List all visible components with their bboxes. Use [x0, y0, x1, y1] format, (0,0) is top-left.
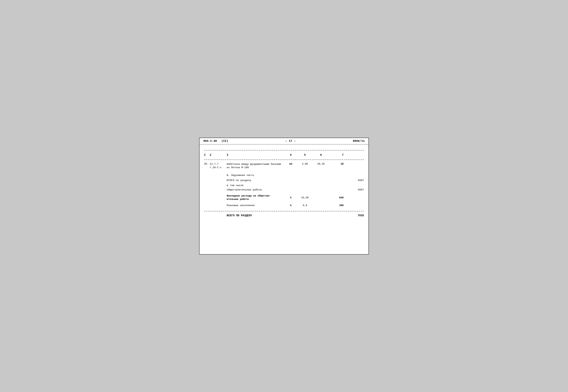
col-header-3: 3 — [227, 154, 285, 156]
itogo-value: 5697 — [349, 179, 364, 182]
document-header: 904-I-48 (II) – 17 – 8066/11 — [199, 138, 369, 144]
doc-section: (II) — [221, 140, 228, 143]
doc-ref: 8066/11 — [353, 140, 365, 143]
itogo-label: ИТОГО по разделу — [227, 179, 349, 182]
table-row: 35. I2-7-7 т.20-I-х Набетонки между фунд… — [204, 162, 364, 170]
obshchestroit-value: 5697 — [349, 188, 364, 191]
vsego-row: ВСЕГО ПО РАЗДЕЛУ 7035 — [204, 213, 364, 218]
top-divider — [204, 150, 364, 151]
column-headers: I 2 3 4 5 6 7 — [204, 152, 364, 158]
vsego-value: 7035 — [349, 214, 364, 217]
vsego-label: ВСЕГО ПО РАЗДЕЛУ — [227, 214, 349, 217]
planovye-qty: 6,0 — [297, 204, 313, 207]
header-divider — [204, 159, 364, 160]
col-header-5: 5 — [297, 154, 313, 156]
col-header-6: 6 — [313, 154, 328, 156]
nakladnye-total: 940 — [328, 196, 344, 199]
row-description: Набетонки между фундаментными балками из… — [227, 163, 285, 169]
document-page: 904-I-48 (II) – 17 – 8066/11 I 2 3 4 5 6… — [199, 138, 369, 254]
obshchestroit-label: общестроительные работы — [227, 188, 349, 191]
nakladnye-label: Накладные расходы на общестро-ительные р… — [227, 194, 285, 201]
nakladnye-unit: % — [285, 196, 297, 199]
row-total: 28 — [328, 163, 344, 165]
col-header-2: 2 — [210, 154, 227, 156]
planovye-row: Плановые накопления % 6,0 398 — [204, 203, 364, 208]
nakladnye-qty: I6,50 — [297, 196, 313, 199]
bottom-divider — [204, 211, 364, 211]
col-header-7: 7 — [328, 154, 344, 156]
planovye-unit: % — [285, 204, 297, 207]
v-tom-chisle-row: в том числе — [204, 183, 364, 188]
row-qty: I,00 — [297, 163, 313, 165]
page-number: – 17 – — [285, 140, 296, 143]
row-unit: м3 — [285, 163, 297, 165]
header-left: 904-I-48 (II) — [203, 140, 228, 143]
document-content: I 2 3 4 5 6 7 35. I2-7-7 т.20-I-х Набето… — [199, 144, 369, 223]
planovye-total: 398 — [328, 204, 344, 207]
section-b-text: Б. Надземная часть — [227, 174, 254, 177]
col-header-4: 4 — [285, 154, 297, 156]
col-header-1: I — [204, 154, 210, 156]
section-b-label: Б. Надземная часть — [204, 172, 364, 177]
planovye-label: Плановые накопления — [227, 204, 285, 207]
doc-number: 904-I-48 — [203, 140, 217, 143]
row-num: 35. — [204, 163, 210, 165]
row-unit-cost: 28,20 — [313, 163, 328, 165]
v-tom-chisle-label: в том числе — [227, 184, 364, 187]
row-code: I2-7-7 т.20-I-х — [210, 163, 227, 169]
obshchestroit-row: общестроительные работы 5697 — [204, 188, 364, 192]
itogo-row: ИТОГО по разделу 5697 — [204, 178, 364, 182]
nakladnye-row: Накладные расходы на общестро-ительные р… — [204, 194, 364, 202]
